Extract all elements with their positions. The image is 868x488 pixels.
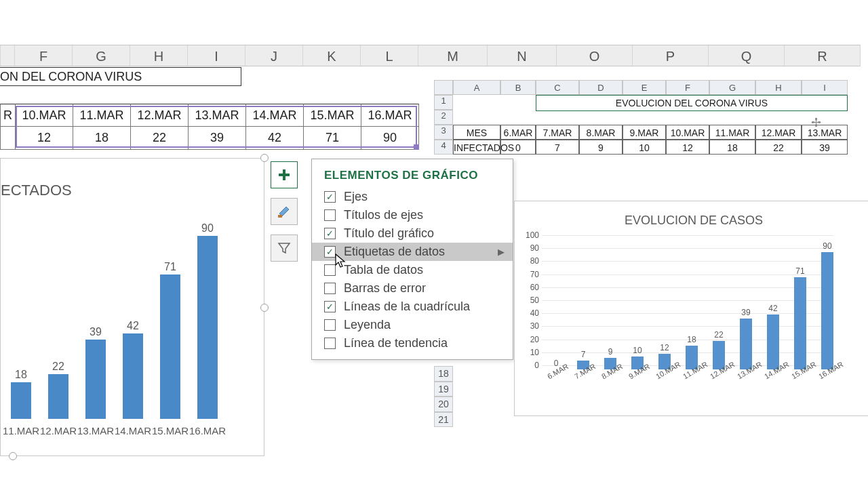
checkbox[interactable]: ✓	[324, 246, 336, 258]
table-cell[interactable]: 9	[579, 140, 623, 155]
table-cell[interactable]: 16.MAR	[361, 104, 419, 127]
checkbox[interactable]	[324, 283, 336, 294]
row-header[interactable]: 3	[434, 125, 453, 140]
column-header[interactable]: I	[188, 45, 245, 66]
table-cell[interactable]: MES	[453, 125, 500, 140]
chart-bar[interactable]	[123, 333, 143, 419]
column-header[interactable]: L	[361, 45, 418, 66]
column-header[interactable]: Q	[709, 45, 785, 66]
chart-element-option[interactable]: Línea de tendencia	[312, 334, 513, 352]
chart-bar[interactable]	[821, 252, 833, 369]
table-cell[interactable]: 8.MAR	[579, 125, 623, 140]
table-cell[interactable]: 7	[536, 140, 579, 155]
table-cell[interactable]: R	[0, 104, 16, 127]
table-cell[interactable]: 6.MAR	[500, 125, 536, 140]
table-cell[interactable]: 71	[304, 127, 361, 150]
chart-title[interactable]: ECTADOS	[1, 159, 264, 199]
chart-styles-button[interactable]	[271, 198, 298, 225]
chart-title[interactable]: EVOLUCION DE CASOS	[515, 201, 868, 228]
column-header[interactable]: F	[15, 45, 73, 66]
chart-element-option[interactable]: Títulos de ejes	[312, 206, 513, 224]
column-header[interactable]: C	[536, 80, 579, 95]
row-header[interactable]: 4	[434, 140, 453, 155]
table-cell[interactable]: 12	[666, 140, 709, 155]
column-header[interactable]: K	[303, 45, 361, 66]
table-cell[interactable]: 18	[73, 127, 131, 150]
embedded-chart-right[interactable]: EVOLUCION DE CASOS 010203040506070809010…	[514, 201, 868, 416]
column-header[interactable]	[0, 45, 15, 66]
table-cell[interactable]: 11.MAR	[709, 125, 755, 140]
plot-area[interactable]: 1811.MAR2212.MAR3913.MAR4214.MAR7115.MAR…	[1, 213, 262, 436]
table-cell[interactable]: 7.MAR	[536, 125, 579, 140]
chart-bar[interactable]	[11, 382, 31, 419]
chart-bar[interactable]	[794, 277, 806, 369]
table-cell[interactable]: 18	[709, 140, 755, 155]
table-cell[interactable]: 22	[131, 127, 189, 150]
table-cell[interactable]: 9.MAR	[623, 125, 666, 140]
checkbox[interactable]: ✓	[324, 228, 336, 239]
column-header[interactable]: J	[245, 45, 303, 66]
chart-bar[interactable]	[767, 314, 779, 369]
chart-element-option[interactable]: ✓Líneas de la cuadrícula	[312, 298, 513, 316]
column-header[interactable]: G	[709, 80, 755, 95]
table-cell[interactable]: 14.MAR	[246, 104, 304, 127]
chart-bar[interactable]	[197, 236, 218, 419]
checkbox[interactable]	[324, 319, 336, 331]
table-cell[interactable]: 12.MAR	[755, 125, 802, 140]
table-cell[interactable]: 13.MAR	[802, 125, 848, 140]
select-all-corner[interactable]	[434, 80, 453, 95]
table-cell[interactable]: 15.MAR	[304, 104, 361, 127]
column-header[interactable]: M	[418, 45, 488, 66]
row-header[interactable]: 19	[434, 382, 453, 397]
table-cell[interactable]: 12	[16, 127, 73, 150]
chart-bar[interactable]	[85, 340, 106, 419]
embedded-chart-left[interactable]: ECTADOS 1811.MAR2212.MAR3913.MAR4214.MAR…	[0, 158, 264, 456]
table-cell[interactable]: 10.MAR	[666, 125, 709, 140]
chart-bar[interactable]	[740, 319, 752, 369]
column-header[interactable]: I	[802, 80, 848, 95]
plot-area[interactable]: 010203040506070809010006.MAR77.MAR98.MAR…	[521, 235, 833, 409]
chart-element-option[interactable]: Barras de error	[312, 279, 513, 298]
table-cell[interactable]: 90	[361, 127, 419, 150]
chart-element-option[interactable]: Leyenda	[312, 316, 513, 334]
column-header[interactable]: E	[623, 80, 666, 95]
table-cell[interactable]: 10	[623, 140, 666, 155]
column-header[interactable]: B	[500, 80, 536, 95]
row-numbers[interactable]: 18192021	[434, 366, 453, 427]
table-cell[interactable]: 11.MAR	[73, 104, 131, 127]
table-cell[interactable]: 39	[802, 140, 848, 155]
checkbox[interactable]	[324, 209, 336, 221]
row-header[interactable]: 18	[434, 366, 453, 382]
column-header[interactable]: A	[453, 80, 500, 95]
table-row[interactable]: 12 18 22 39 42 71 90	[0, 127, 419, 150]
table-row[interactable]: R 10.MAR 11.MAR 12.MAR 13.MAR 14.MAR 15.…	[0, 104, 419, 127]
chart-element-option[interactable]: ✓Título del gráfico	[312, 224, 513, 243]
sheet-title-cell[interactable]: ON DEL CORONA VIRUS	[0, 67, 241, 86]
checkbox[interactable]: ✓	[324, 191, 336, 203]
table-cell[interactable]: 0	[500, 140, 536, 155]
chart-bar[interactable]	[160, 274, 180, 419]
chart-element-option[interactable]: ✓Etiquetas de datos▶	[312, 243, 513, 261]
table-cell[interactable]: INFECTADOS	[453, 140, 500, 155]
row-header[interactable]: 20	[434, 396, 453, 412]
checkbox[interactable]	[324, 338, 336, 349]
resize-handle[interactable]	[9, 452, 17, 460]
checkbox[interactable]: ✓	[324, 301, 336, 312]
column-header[interactable]: H	[755, 80, 802, 95]
column-header[interactable]: O	[557, 45, 633, 66]
table-cell[interactable]: 42	[246, 127, 304, 150]
column-header[interactable]: G	[73, 45, 130, 66]
table-cell[interactable]: 13.MAR	[189, 104, 246, 127]
mini-title-cell[interactable]: EVOLUCION DEL CORONA VIRUS	[536, 95, 848, 111]
row-header[interactable]: 21	[434, 412, 453, 428]
table-cell[interactable]: 10.MAR	[16, 104, 73, 127]
column-header[interactable]: N	[488, 45, 557, 66]
column-header[interactable]: D	[579, 80, 623, 95]
resize-handle[interactable]	[260, 154, 269, 162]
column-header[interactable]: R	[785, 45, 861, 66]
chart-filter-button[interactable]	[271, 235, 298, 262]
chart-element-option[interactable]: Tabla de datos	[312, 261, 513, 279]
table-cell[interactable]: 12.MAR	[131, 104, 189, 127]
row-header[interactable]: 2	[434, 110, 453, 125]
column-header[interactable]: F	[666, 80, 709, 95]
